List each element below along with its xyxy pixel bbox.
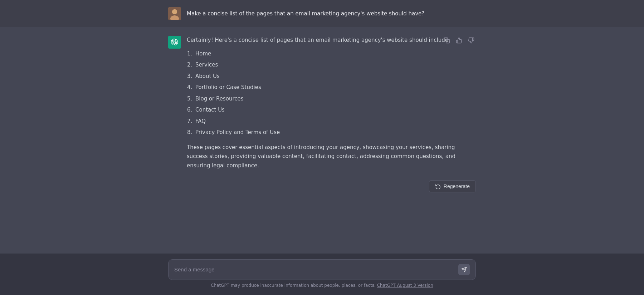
thumbs-down-button[interactable]: [467, 36, 476, 45]
input-container: [161, 259, 483, 280]
pages-list: HomeServicesAbout UsPortfolio or Case St…: [194, 49, 476, 137]
user-message-text: Make a concise list of the pages that an…: [187, 7, 424, 18]
assistant-intro: Certainly! Here's a concise list of page…: [187, 36, 476, 45]
send-icon: [461, 267, 467, 272]
user-message-container: Make a concise list of the pages that an…: [0, 0, 644, 27]
assistant-message-inner: Certainly! Here's a concise list of page…: [161, 36, 483, 174]
list-item: Contact Us: [194, 105, 476, 115]
list-item: About Us: [194, 72, 476, 81]
list-item: Privacy Policy and Terms of Use: [194, 128, 476, 137]
svg-rect-4: [446, 40, 450, 43]
action-buttons: [442, 36, 476, 45]
regenerate-icon: [435, 183, 441, 189]
list-item: Portfolio or Case Studies: [194, 83, 476, 92]
assistant-message-container: Certainly! Here's a concise list of page…: [0, 27, 644, 254]
disclaimer-link[interactable]: ChatGPT August 3 Version: [377, 283, 433, 288]
user-avatar: [168, 7, 181, 20]
disclaimer-text: ChatGPT may produce inaccurate informati…: [211, 283, 376, 288]
regenerate-button[interactable]: Regenerate: [429, 180, 476, 192]
input-wrapper: [168, 259, 476, 280]
send-button[interactable]: [458, 264, 470, 275]
svg-point-3: [172, 9, 177, 14]
assistant-content: Certainly! Here's a concise list of page…: [187, 36, 476, 174]
list-item: Home: [194, 49, 476, 59]
regenerate-label: Regenerate: [444, 183, 470, 189]
chatgpt-avatar: [168, 36, 181, 49]
list-item: Services: [194, 60, 476, 70]
thumbs-up-button[interactable]: [454, 36, 464, 45]
input-area: ChatGPT may produce inaccurate informati…: [0, 254, 644, 295]
user-avatar-image: [168, 7, 181, 20]
user-message-inner: Make a concise list of the pages that an…: [161, 7, 483, 20]
message-input[interactable]: [174, 266, 454, 274]
list-item: Blog or Resources: [194, 94, 476, 104]
copy-button[interactable]: [442, 36, 452, 45]
regenerate-container: Regenerate: [161, 180, 483, 192]
disclaimer: ChatGPT may produce inaccurate informati…: [0, 280, 644, 292]
assistant-summary: These pages cover essential aspects of i…: [187, 143, 476, 171]
list-item: FAQ: [194, 117, 476, 126]
